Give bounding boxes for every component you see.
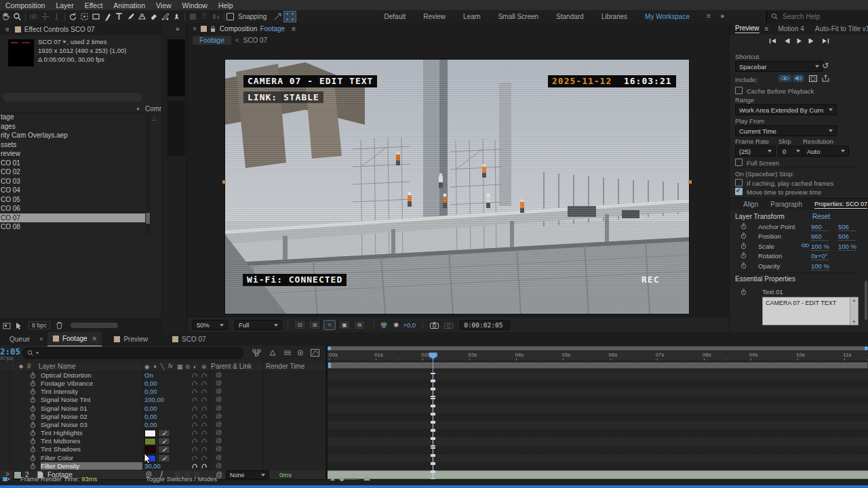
project-item[interactable]: review (0, 149, 145, 159)
frame-blend-icon[interactable] (283, 349, 292, 357)
property-pickwhip-icon[interactable] (201, 455, 207, 461)
dolly-tool-icon[interactable] (51, 12, 62, 22)
tab-render-queue[interactable]: Queue (9, 336, 30, 343)
quality-switch-icon[interactable]: ╲ (161, 363, 164, 370)
eyedropper-icon[interactable] (158, 437, 170, 445)
workspace-tab[interactable]: Libraries (593, 13, 636, 20)
property-pickwhip-icon[interactable] (201, 380, 207, 386)
snap-grid-icon[interactable] (283, 11, 296, 22)
project-item[interactable]: CO 08 (0, 222, 145, 232)
link-dropdown-icon[interactable]: @ (216, 380, 222, 386)
always-preview-icon[interactable]: ⊡ (294, 320, 306, 330)
stopwatch-icon[interactable] (30, 405, 36, 412)
property-pickwhip-icon[interactable] (201, 446, 207, 452)
composition-mini-flowchart-icon[interactable] (252, 349, 261, 357)
stopwatch-icon[interactable] (741, 232, 747, 239)
grid-guides-icon[interactable]: ⊞ (309, 320, 321, 330)
property-value[interactable]: 0,00 (144, 421, 157, 428)
property-pickwhip-icon[interactable] (201, 463, 207, 469)
stopwatch-icon[interactable] (30, 463, 36, 470)
link-dropdown-icon[interactable]: @ (216, 413, 222, 420)
panel-menu-icon[interactable]: ≡ (5, 26, 9, 33)
link-dropdown-icon[interactable]: @ (216, 388, 222, 394)
move-time-row[interactable]: Move time to preview time (735, 188, 821, 196)
roto-brush-tool-icon[interactable] (159, 12, 171, 22)
tab-properties[interactable]: Properties: SCO 07 (814, 201, 867, 209)
stopwatch-icon[interactable] (741, 262, 747, 269)
timeline-property-row[interactable]: Signal Noise Tint 100,00 @ (0, 396, 326, 404)
link-dropdown-icon[interactable]: @ (216, 454, 222, 461)
cache-checkbox[interactable] (735, 87, 743, 94)
tab-footage[interactable]: Footage (193, 36, 231, 45)
clone-stamp-tool-icon[interactable] (136, 12, 148, 22)
zoom-out-mountain-icon[interactable] (330, 476, 335, 481)
project-item[interactable]: ssets (0, 140, 145, 150)
snapping-checkbox[interactable] (226, 13, 234, 20)
project-scrollbar[interactable] (145, 113, 151, 233)
pan-tool-icon[interactable] (39, 12, 51, 22)
exposure-gear-icon[interactable]: ✱ (393, 321, 399, 329)
tab-sco07-timeline[interactable]: SCO 07 (172, 336, 206, 343)
project-item[interactable]: ages (0, 122, 145, 131)
resolution-preview-dropdown[interactable]: Auto (803, 146, 849, 157)
link-dropdown-icon[interactable]: @ (216, 462, 222, 469)
property-pickwhip-icon[interactable] (201, 430, 207, 436)
skip-dropdown[interactable]: 0 (778, 146, 804, 157)
scroll-down-icon[interactable]: ▼ (850, 319, 858, 325)
more-workspaces-icon[interactable]: » (720, 12, 724, 20)
interpret-footage-icon[interactable] (3, 322, 11, 330)
lock-icon[interactable] (210, 26, 216, 33)
position-y[interactable]: 506 (838, 232, 856, 241)
stopwatch-icon[interactable] (30, 413, 36, 420)
frame-rate-dropdown[interactable]: (25) (735, 146, 776, 157)
link-dropdown-icon[interactable]: @ (216, 429, 222, 436)
stopwatch-icon[interactable] (30, 422, 36, 428)
timeline-property-row[interactable]: Signal Noise 02 0,00 @ (0, 413, 326, 421)
zoom-level-dropdown[interactable]: 50% (193, 320, 228, 330)
project-item[interactable]: CO 04 (0, 186, 145, 195)
frame-blend-switch-icon[interactable]: ▦ (177, 363, 182, 370)
include-video-eye-icon[interactable] (778, 75, 791, 82)
panel-menu-icon[interactable]: ≡ (765, 25, 769, 33)
stopwatch-icon[interactable] (741, 223, 747, 230)
workspace-tab[interactable]: My Workspace (636, 13, 698, 20)
motion-blur-switch-icon[interactable]: ⊘ (185, 363, 190, 370)
cache-before-playback-row[interactable]: Cache Before Playback (735, 87, 814, 95)
parent-pickwhip-icon[interactable] (192, 413, 197, 420)
tab-footage-timeline[interactable]: Footage≡ (47, 332, 102, 346)
timeline-property-row[interactable]: Tint Highlights @ (0, 429, 326, 437)
stopwatch-icon[interactable] (30, 380, 36, 387)
anchor-point-y[interactable]: 506 (838, 223, 856, 231)
tab-paragraph[interactable]: Paragraph (770, 201, 802, 208)
pan-behind-tool-icon[interactable] (79, 12, 90, 22)
property-pickwhip-icon[interactable] (201, 422, 207, 428)
layer-name-column-label[interactable]: Layer Name (39, 363, 75, 370)
menu-item[interactable]: Help (213, 1, 239, 9)
link-dropdown-icon[interactable]: @ (216, 445, 222, 452)
if-caching-checkbox[interactable] (735, 179, 743, 186)
camera-orbit-tool-icon[interactable] (28, 12, 39, 22)
menu-item[interactable]: Composition (0, 1, 50, 9)
timeline-property-row[interactable]: Optical Distortion On @ (0, 371, 326, 380)
timeline-zoom-slider[interactable] (338, 479, 359, 480)
stopwatch-icon[interactable] (30, 438, 36, 445)
if-caching-row[interactable]: If caching, play cached frames (735, 179, 833, 187)
play-button[interactable] (796, 38, 802, 44)
parent-pickwhip-icon[interactable] (192, 446, 197, 452)
stopwatch-icon[interactable] (741, 243, 747, 249)
search-help-box[interactable] (766, 10, 868, 23)
link-dropdown-icon[interactable]: @ (216, 396, 222, 403)
exposure-value[interactable]: +0,0 (403, 321, 416, 329)
parent-pickwhip-icon[interactable] (192, 380, 197, 386)
stopwatch-icon[interactable] (30, 446, 36, 453)
tag-icon[interactable]: ◆ (19, 363, 23, 369)
menu-item[interactable]: Effect (79, 1, 108, 9)
bit-depth-button[interactable]: 8 bpc (28, 321, 50, 329)
tab-auto-fit[interactable]: Auto-Fit to Title v1.6 (815, 25, 868, 33)
composition-viewport[interactable]: CAMERA 07 - EDIT TEXT LINK: STABLE 2025-… (225, 60, 689, 314)
stopwatch-icon[interactable] (30, 455, 36, 462)
first-frame-button[interactable] (769, 38, 776, 44)
pick-icon[interactable] (15, 322, 22, 329)
project-scrollbar-thumb[interactable] (146, 213, 150, 224)
workspace-tab[interactable]: Learn (454, 13, 490, 20)
